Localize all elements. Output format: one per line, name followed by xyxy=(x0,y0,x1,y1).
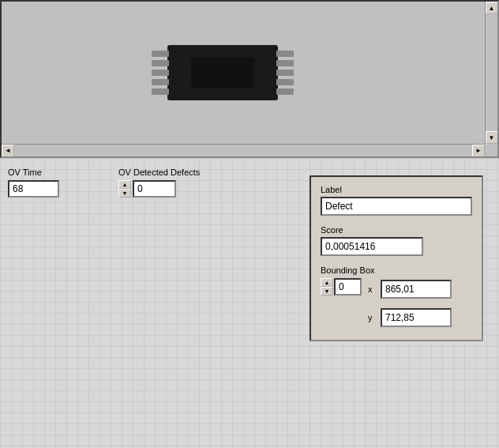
bbox-spinner-down[interactable]: ▼ xyxy=(321,287,333,296)
label-value-input[interactable] xyxy=(321,197,472,216)
svg-rect-2 xyxy=(152,51,169,57)
x-value-input[interactable] xyxy=(381,280,452,299)
defects-spinner-buttons[interactable]: ▲ ▼ xyxy=(118,180,131,198)
svg-rect-4 xyxy=(152,70,169,76)
x-label: x xyxy=(368,284,376,294)
vertical-scrollbar[interactable]: ▲ ▼ xyxy=(485,2,497,144)
bbox-spinner-input[interactable] xyxy=(334,278,362,296)
bbox-spinner-up[interactable]: ▲ xyxy=(321,278,333,287)
y-value-input[interactable] xyxy=(381,308,452,327)
svg-rect-3 xyxy=(152,60,169,66)
svg-rect-10 xyxy=(276,79,294,85)
svg-rect-1 xyxy=(191,57,254,88)
y-coord-row: y xyxy=(368,308,452,327)
ov-time-input[interactable] xyxy=(8,180,59,198)
ic-chip-image xyxy=(144,25,302,120)
y-label: y xyxy=(368,313,376,322)
label-field-label: Label xyxy=(321,185,472,194)
x-coord-row: x xyxy=(368,280,452,299)
image-canvas xyxy=(2,2,497,156)
bbox-spinner-buttons[interactable]: ▲ ▼ xyxy=(321,278,333,296)
ov-defects-section: OV Detected Defects ▲ ▼ Label Score Boun… xyxy=(118,168,491,204)
bounding-box-label: Bounding Box xyxy=(321,265,472,275)
controls-area: OV Time OV Detected Defects ▲ ▼ Label Sc… xyxy=(0,158,499,448)
score-value-input[interactable] xyxy=(321,237,423,256)
svg-rect-11 xyxy=(276,88,294,95)
svg-rect-9 xyxy=(276,70,294,76)
svg-rect-6 xyxy=(152,88,169,95)
bbox-spinner-group: ▲ ▼ xyxy=(321,278,362,296)
svg-rect-5 xyxy=(152,79,169,85)
horizontal-scrollbar[interactable]: ◄ ► xyxy=(2,144,485,156)
ov-time-section: OV Time xyxy=(8,168,59,198)
svg-rect-7 xyxy=(276,51,294,57)
score-field-label: Score xyxy=(321,225,472,235)
defects-spinner-up[interactable]: ▲ xyxy=(118,180,131,189)
image-viewer: ◄ ► ▲ ▼ xyxy=(0,0,499,158)
bounding-box-section: ▲ ▼ x y xyxy=(321,278,472,332)
scroll-down-button[interactable]: ▼ xyxy=(486,131,498,144)
defects-spinner-input[interactable] xyxy=(133,180,176,198)
scroll-right-button[interactable]: ► xyxy=(472,145,485,157)
ov-time-label: OV Time xyxy=(8,168,59,177)
scroll-up-button[interactable]: ▲ xyxy=(486,2,498,14)
svg-rect-8 xyxy=(276,60,294,66)
defects-panel: Label Score Bounding Box ▲ ▼ xyxy=(310,175,483,341)
defects-spinner-down[interactable]: ▼ xyxy=(118,189,131,198)
scroll-left-button[interactable]: ◄ xyxy=(2,145,14,157)
scroll-h-track[interactable] xyxy=(14,145,472,156)
scroll-v-track[interactable] xyxy=(486,14,497,131)
